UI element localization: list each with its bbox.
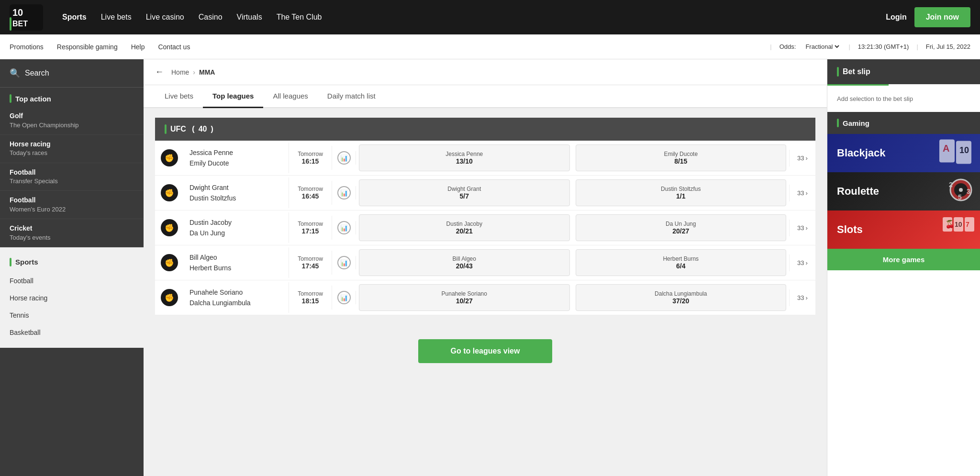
more-count-3: 33 <box>797 259 804 266</box>
nav-live-casino[interactable]: Live casino <box>146 13 184 22</box>
odds-team2-0[interactable]: Emily Ducote 8/15 <box>576 144 787 171</box>
gaming-card-blackjack[interactable]: Blackjack A 10 <box>827 134 980 172</box>
odds-team2-1[interactable]: Dustin Stoltzfus 1/1 <box>576 179 787 206</box>
stats-button-0[interactable]: 📊 <box>337 151 351 165</box>
stats-button-2[interactable]: 📊 <box>337 221 351 234</box>
search-bar[interactable]: 🔍 Search <box>0 59 144 88</box>
blackjack-deco-icon: A 10 <box>937 137 975 169</box>
contact-link[interactable]: Contact us <box>158 43 190 51</box>
odds-team1-4[interactable]: Punahele Soriano 10/27 <box>359 284 570 311</box>
time-display: 13:21:30 (GMT+1) <box>858 43 909 50</box>
odds-team1-label-3: Bill Algeo <box>364 255 565 262</box>
mma-fist-icon-3: ✊ <box>161 254 178 271</box>
odds-team1-val-3: 20/43 <box>364 262 565 270</box>
responsible-gaming-link[interactable]: Responsible gaming <box>57 43 118 51</box>
stats-col-2: 📊 <box>332 221 356 234</box>
svg-text:🍒: 🍒 <box>945 220 955 229</box>
odds-team2-3[interactable]: Herbert Burns 6/4 <box>576 249 787 276</box>
team2-2: Da Un Jung <box>189 228 283 238</box>
football-transfer-sub: Transfer Specials <box>10 177 134 186</box>
logo[interactable]: 10 BET <box>10 4 43 31</box>
svg-text:A: A <box>943 143 949 154</box>
stats-col-4: 📊 <box>332 291 356 304</box>
odds-team1-1[interactable]: Dwight Grant 5/7 <box>359 179 570 206</box>
odds-section-4: Punahele Soriano 10/27 Dalcha Lungiambul… <box>356 280 789 315</box>
league-header: UFC (40) <box>155 118 815 141</box>
sidebar-item-football-transfer[interactable]: Football Transfer Specials <box>0 163 144 191</box>
divider3: | <box>916 43 918 50</box>
odds-team2-4[interactable]: Dalcha Lungiambula 37/20 <box>576 284 787 311</box>
odds-team1-label-0: Jessica Penne <box>364 151 565 157</box>
sidebar-item-horse-racing[interactable]: Horse racing Today's races <box>0 135 144 163</box>
tab-all-leagues[interactable]: All leagues <box>263 85 317 108</box>
odds-team1-0[interactable]: Jessica Penne 13/10 <box>359 144 570 171</box>
odds-team2-2[interactable]: Da Un Jung 20/27 <box>576 214 787 241</box>
more-col-0[interactable]: 33 › <box>789 150 815 166</box>
table-row: ✊ Jessica Penne Emily Ducote Tomorrow 16… <box>155 141 815 176</box>
tab-daily-match-list[interactable]: Daily match list <box>318 85 385 108</box>
mma-fist-icon-2: ✊ <box>161 219 178 236</box>
team1-0: Jessica Penne <box>189 147 283 158</box>
more-arrow-1: › <box>806 189 808 197</box>
nav-virtuals[interactable]: Virtuals <box>237 13 262 22</box>
nav-sports[interactable]: Sports <box>62 13 87 22</box>
match-icon-1: ✊ <box>155 179 184 206</box>
match-info-2: Dustin Jacoby Da Un Jung <box>184 212 289 244</box>
help-link[interactable]: Help <box>131 43 145 51</box>
table-row: ✊ Bill Algeo Herbert Burns Tomorrow 17:4… <box>155 245 815 280</box>
join-button[interactable]: Join now <box>914 7 970 27</box>
nav-casino[interactable]: Casino <box>199 13 223 22</box>
breadcrumb-home[interactable]: Home <box>171 68 189 76</box>
secondary-links: Promotions Responsible gaming Help Conta… <box>10 43 770 51</box>
odds-section-3: Bill Algeo 20/43 Herbert Burns 6/4 <box>356 245 789 280</box>
login-button[interactable]: Login <box>886 13 907 22</box>
odds-section-1: Dwight Grant 5/7 Dustin Stoltzfus 1/1 <box>356 176 789 210</box>
team2-4: Dalcha Lungiambula <box>189 298 283 308</box>
match-time-col-0: Tomorrow 16:15 <box>289 146 332 170</box>
back-button[interactable]: ← <box>155 67 164 77</box>
go-to-leagues-button[interactable]: Go to leagues view <box>418 339 552 363</box>
promotions-link[interactable]: Promotions <box>10 43 44 51</box>
odds-team2-val-2: 20/27 <box>581 227 781 235</box>
more-col-4[interactable]: 33 › <box>789 289 815 306</box>
sidebar-item-football[interactable]: Football <box>0 272 144 289</box>
svg-text:2: 2 <box>949 181 953 188</box>
stats-col-3: 📊 <box>332 256 356 269</box>
sidebar-item-tennis[interactable]: Tennis <box>0 307 144 324</box>
gaming-card-slots[interactable]: Slots 🍒 10 7 <box>827 210 980 249</box>
match-container: UFC (40) ✊ Jessica Penne Emily Ducote To… <box>144 108 827 325</box>
sidebar-item-football-womens[interactable]: Football Women's Euro 2022 <box>0 191 144 219</box>
tab-top-leagues[interactable]: Top leagues <box>203 85 263 108</box>
search-icon: 🔍 <box>10 68 20 78</box>
gaming-card-roulette[interactable]: Roulette 2 3 5 <box>827 172 980 210</box>
sidebar-item-basketball[interactable]: Basketball <box>0 324 144 341</box>
sidebar-item-cricket[interactable]: Cricket Today's events <box>0 219 144 247</box>
tab-live-bets[interactable]: Live bets <box>155 85 203 108</box>
odds-team2-val-3: 6/4 <box>581 262 781 270</box>
more-col-3[interactable]: 33 › <box>789 255 815 271</box>
team1-3: Bill Algeo <box>189 252 283 263</box>
stats-button-3[interactable]: 📊 <box>337 256 351 269</box>
odds-selector[interactable]: Fractional Decimal <box>803 43 841 51</box>
match-time-3: 17:45 <box>294 262 327 270</box>
match-info-4: Punahele Soriano Dalcha Lungiambula <box>184 282 289 313</box>
odds-team1-3[interactable]: Bill Algeo 20/43 <box>359 249 570 276</box>
cricket-sub: Today's events <box>10 233 134 242</box>
odds-team1-2[interactable]: Dustin Jacoby 20/21 <box>359 214 570 241</box>
svg-rect-3 <box>10 17 11 31</box>
nav-live-bets[interactable]: Live bets <box>101 13 132 22</box>
nav-ten-club[interactable]: The Ten Club <box>277 13 322 22</box>
divider2: | <box>848 43 850 50</box>
more-col-1[interactable]: 33 › <box>789 185 815 201</box>
stats-button-1[interactable]: 📊 <box>337 186 351 199</box>
nav-right: Login Join now <box>886 7 970 27</box>
stats-button-4[interactable]: 📊 <box>337 291 351 304</box>
more-games-button[interactable]: More games <box>827 249 980 270</box>
odds-team2-val-0: 8/15 <box>581 157 781 165</box>
football-womens-name: Football <box>10 196 134 205</box>
sidebar-item-horse-racing-sports[interactable]: Horse racing <box>0 289 144 307</box>
sports-section: Sports Football Horse racing Tennis Bask… <box>0 247 144 348</box>
sidebar-item-golf[interactable]: Golf The Open Championship <box>0 107 144 135</box>
more-col-2[interactable]: 33 › <box>789 220 815 236</box>
odds-team2-label-0: Emily Ducote <box>581 151 781 157</box>
